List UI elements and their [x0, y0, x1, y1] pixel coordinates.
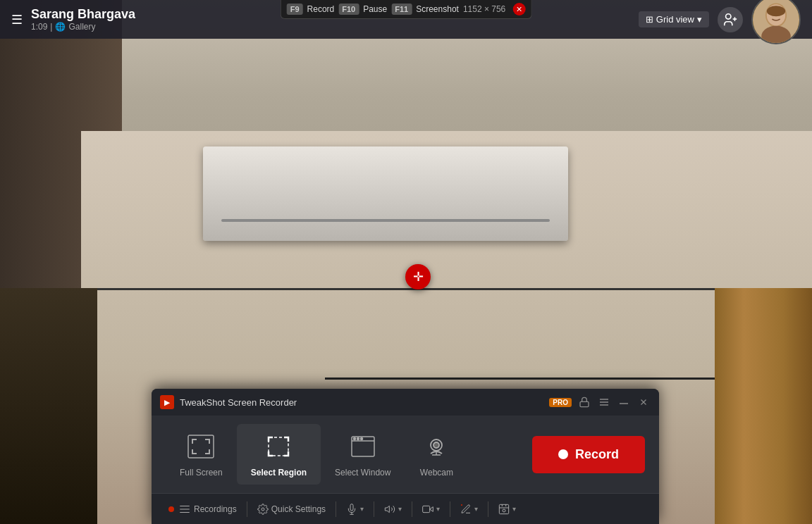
- select-window-label: Select Window: [335, 468, 390, 478]
- screenshot-button[interactable]: ▾: [493, 501, 522, 518]
- toolbar-separator-5: [450, 501, 450, 517]
- menu-lines-icon[interactable]: [597, 395, 611, 409]
- close-icon[interactable]: [636, 395, 651, 409]
- move-cursor: ✛: [405, 264, 431, 289]
- titlebar-controls: [577, 395, 651, 409]
- resolution-display: 1152 × 756: [463, 4, 505, 14]
- key-f9: F9: [287, 4, 303, 15]
- svg-point-38: [503, 509, 505, 512]
- annotation-button[interactable]: ▾: [455, 501, 484, 518]
- svg-rect-18: [269, 437, 288, 456]
- lock-icon[interactable]: [577, 395, 591, 409]
- call-separator: |: [50, 22, 52, 32]
- svg-point-9: [767, 6, 785, 16]
- recorder-titlebar: ▶ TweakShot Screen Recorder PRO: [152, 389, 659, 416]
- screenshot-dropdown-icon: ▾: [512, 505, 516, 513]
- toolbar-separator-1: [247, 501, 247, 517]
- svg-point-23: [360, 438, 362, 440]
- pause-label: Pause: [363, 4, 387, 14]
- select-region-mode-button[interactable]: Select Region: [237, 424, 321, 485]
- full-screen-icon: [183, 431, 219, 462]
- call-mode: Gallery: [68, 22, 95, 32]
- full-screen-mode-button[interactable]: Full Screen: [166, 424, 237, 485]
- speaker-dropdown-icon: ▾: [398, 505, 402, 513]
- select-region-icon: [261, 431, 296, 462]
- screenshot-label: Screenshot: [416, 4, 459, 14]
- full-screen-label: Full Screen: [180, 468, 223, 478]
- select-window-icon: [345, 431, 381, 462]
- skype-app: F9 Record F10 Pause F11 Screenshot 1152 …: [0, 0, 812, 524]
- chevron-down-icon: ▾: [697, 14, 702, 25]
- svg-point-22: [357, 438, 359, 440]
- webcam-icon: [419, 431, 454, 462]
- add-person-button[interactable]: [718, 7, 743, 32]
- svg-marker-34: [385, 506, 389, 512]
- recording-close-button[interactable]: ✕: [512, 3, 525, 15]
- svg-point-31: [262, 508, 264, 511]
- key-f11: F11: [391, 4, 412, 15]
- call-duration: 1:09: [31, 22, 47, 32]
- svg-point-0: [726, 13, 731, 18]
- globe-icon: 🌐: [55, 22, 66, 32]
- camera-dropdown-icon: ▾: [436, 505, 440, 513]
- quick-settings-button[interactable]: Quick Settings: [252, 501, 331, 518]
- quick-settings-label: Quick Settings: [271, 504, 326, 514]
- header-right: ⊞ Grid view ▾: [639, 0, 801, 44]
- record-label: Record: [307, 4, 335, 14]
- record-button-label: Record: [575, 447, 619, 462]
- recordings-dot-icon: [168, 506, 174, 512]
- annotation-dropdown-icon: ▾: [474, 505, 478, 513]
- key-f10: F10: [338, 4, 359, 15]
- minimize-icon[interactable]: [617, 395, 631, 409]
- svg-point-25: [433, 442, 439, 448]
- record-button[interactable]: Record: [532, 436, 645, 473]
- select-window-mode-button[interactable]: Select Window: [321, 424, 405, 485]
- svg-rect-17: [188, 435, 214, 458]
- select-region-label: Select Region: [251, 468, 307, 478]
- toolbar-separator-3: [374, 501, 374, 517]
- air-conditioner: [203, 146, 568, 241]
- recordings-button[interactable]: Recordings: [163, 501, 242, 517]
- webcam-label: Webcam: [420, 468, 453, 478]
- toolbar-separator-4: [412, 501, 412, 517]
- camera-button[interactable]: ▾: [417, 501, 445, 518]
- avatar-face: [753, 0, 799, 43]
- recording-toolbar: F9 Record F10 Pause F11 Screenshot 1152 …: [281, 0, 532, 19]
- svg-point-21: [353, 438, 355, 440]
- toolbar-separator-6: [488, 501, 488, 517]
- record-dot-icon: [558, 449, 568, 459]
- toolbar-separator-2: [336, 501, 336, 517]
- move-icon: ✛: [413, 270, 424, 283]
- pro-badge: PRO: [549, 398, 572, 407]
- microphone-button[interactable]: ▾: [340, 501, 369, 518]
- recordings-label: Recordings: [194, 504, 237, 514]
- call-meta: 1:09 | 🌐 Gallery: [31, 22, 639, 32]
- curtain-rod-top: [0, 288, 812, 290]
- grid-view-label: Grid view: [656, 14, 694, 25]
- recorder-bottom-toolbar: Recordings Quick Settings ▾: [152, 493, 659, 524]
- recorder-modes: Full Screen Select Region: [152, 416, 659, 493]
- grid-view-button[interactable]: ⊞ Grid view ▾: [639, 11, 709, 27]
- recorder-title: TweakShot Screen Recorder: [180, 397, 543, 408]
- recorder-panel: ▶ TweakShot Screen Recorder PRO: [152, 389, 659, 524]
- webcam-mode-button[interactable]: Webcam: [405, 424, 468, 485]
- hamburger-icon[interactable]: ☰: [11, 12, 23, 27]
- speaker-button[interactable]: ▾: [379, 501, 407, 518]
- curtain-right: [715, 288, 812, 524]
- tweakshot-logo: ▶: [160, 395, 174, 409]
- dark-corner: [0, 288, 97, 524]
- avatar: [751, 0, 801, 44]
- microphone-dropdown-icon: ▾: [360, 505, 364, 513]
- grid-icon: ⊞: [646, 14, 653, 25]
- svg-rect-10: [580, 401, 589, 406]
- svg-rect-35: [423, 506, 430, 512]
